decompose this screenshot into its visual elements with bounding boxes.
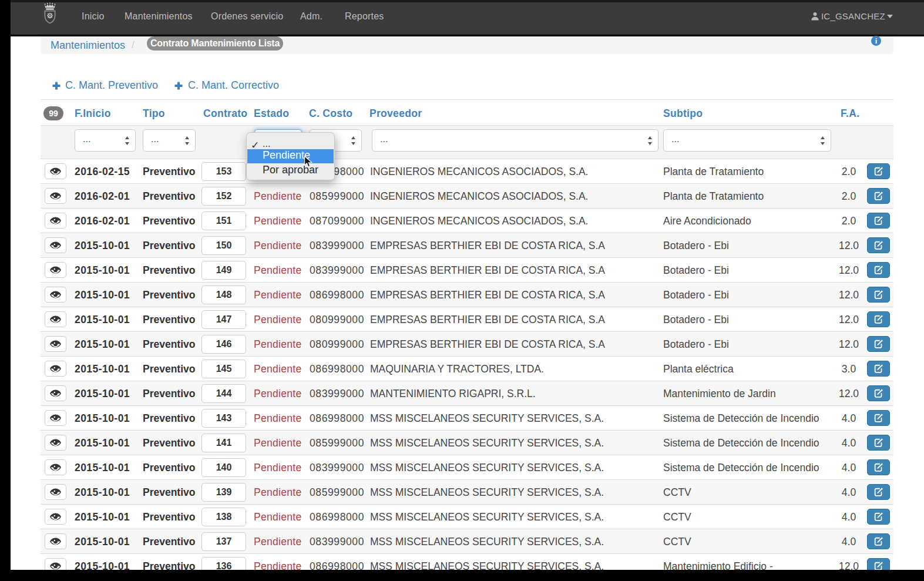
- svg-text:i: i: [875, 37, 878, 45]
